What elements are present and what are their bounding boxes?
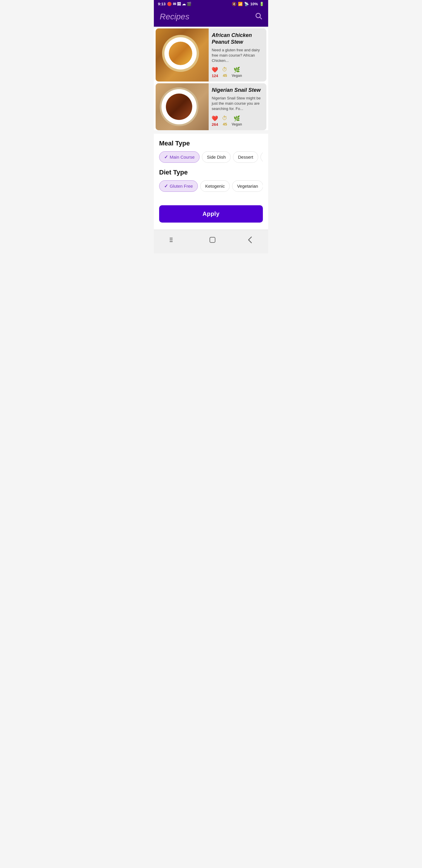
meal-type-title: Meal Type xyxy=(159,140,263,147)
clock-icon-2: ⏱ xyxy=(222,115,227,121)
chip-label-ketogenic: Ketogenic xyxy=(205,184,225,189)
status-time: 9:13 xyxy=(158,2,166,6)
mute-icon: 🔇 xyxy=(232,2,236,6)
chip-dessert[interactable]: Dessert xyxy=(233,151,258,163)
apply-section: Apply xyxy=(154,200,268,229)
chip-main-course[interactable]: ✓ Main Course xyxy=(159,151,200,163)
back-nav-button[interactable] xyxy=(241,234,258,248)
menu-nav-button[interactable] xyxy=(164,235,184,246)
status-bar: 9:13 🔴 ✉ 🖼 ☁ 🎬 🔇 📶 📡 10% 🔋 xyxy=(154,0,268,8)
recipe-meta-1: ❤️ 124 ⏱ 45 🌿 Vegan xyxy=(212,67,263,78)
chip-vegetarian[interactable]: Vegetarian xyxy=(232,180,263,192)
wifi-icon: 📶 xyxy=(238,2,242,6)
time-value-2: 45 xyxy=(223,122,227,126)
recipe-image-2 xyxy=(156,83,209,130)
home-nav-button[interactable] xyxy=(203,234,222,247)
meal-type-section: Meal Type ✓ Main Course Side Dish Desser… xyxy=(154,134,268,200)
recipe-title-1: African Chicken Peanut Stew xyxy=(212,32,263,45)
likes-item-2: ❤️ 264 xyxy=(212,115,218,127)
likes-count-2: 264 xyxy=(212,122,218,127)
chip-gluten-free[interactable]: ✓ Gluten Free xyxy=(159,180,198,192)
leaf-icon-1: 🌿 xyxy=(234,67,240,73)
recipe-desc-1: Need a gluten free and dairy free main c… xyxy=(212,48,263,64)
clock-icon-1: ⏱ xyxy=(222,67,227,73)
battery-level: 10% xyxy=(250,2,258,6)
apply-button[interactable]: Apply xyxy=(159,205,263,223)
time-value-1: 45 xyxy=(223,73,227,78)
chip-label-gluten-free: Gluten Free xyxy=(170,184,193,189)
check-icon-main-course: ✓ xyxy=(164,154,168,160)
heart-icon-2: ❤️ xyxy=(212,115,218,122)
likes-count-1: 124 xyxy=(212,73,218,78)
svg-rect-5 xyxy=(210,237,215,243)
meal-type-chips: ✓ Main Course Side Dish Dessert Appetize xyxy=(159,151,263,163)
recipe-card-2[interactable]: Nigerian Snail Stew Nigerian Snail Stew … xyxy=(156,83,266,130)
chip-appetizer[interactable]: Appetize xyxy=(261,151,263,163)
recipe-card-1[interactable]: African Chicken Peanut Stew Need a glute… xyxy=(156,28,266,82)
likes-item-1: ❤️ 124 xyxy=(212,67,218,78)
chip-side-dish[interactable]: Side Dish xyxy=(202,151,231,163)
recipe-info-1: African Chicken Peanut Stew Need a glute… xyxy=(209,28,266,82)
time-item-2: ⏱ 45 xyxy=(222,115,227,126)
chip-ketogenic[interactable]: Ketogenic xyxy=(200,180,230,192)
signal-icon: 📡 xyxy=(244,2,249,6)
search-button[interactable] xyxy=(255,12,262,22)
recipe-info-2: Nigerian Snail Stew Nigerian Snail Stew … xyxy=(209,83,266,130)
diet-value-2: Vegan xyxy=(231,122,242,126)
recipe-desc-2: Nigerian Snail Stew might be just the ma… xyxy=(212,96,263,112)
status-right: 🔇 📶 📡 10% 🔋 xyxy=(232,2,264,6)
leaf-icon-2: 🌿 xyxy=(234,115,240,122)
status-apps: 🔴 ✉ 🖼 ☁ 🎬 xyxy=(167,2,191,6)
recipe-image-1 xyxy=(156,28,209,82)
bottom-navigation xyxy=(154,229,268,253)
heart-icon-1: ❤️ xyxy=(212,67,218,73)
recipe-title-2: Nigerian Snail Stew xyxy=(212,87,263,94)
chip-label-main-course: Main Course xyxy=(170,155,195,159)
diet-value-1: Vegan xyxy=(231,73,242,78)
chip-label-side-dish: Side Dish xyxy=(207,155,226,159)
status-left: 9:13 🔴 ✉ 🖼 ☁ 🎬 xyxy=(158,2,191,6)
page-title: Recipes xyxy=(160,12,189,22)
check-icon-gluten-free: ✓ xyxy=(164,183,168,189)
recipe-meta-2: ❤️ 264 ⏱ 45 🌿 Vegan xyxy=(212,115,263,127)
diet-item-1: 🌿 Vegan xyxy=(231,67,242,78)
recipe-list: African Chicken Peanut Stew Need a glute… xyxy=(154,28,268,130)
svg-line-1 xyxy=(260,17,262,19)
diet-item-2: 🌿 Vegan xyxy=(231,115,242,126)
chip-label-vegetarian: Vegetarian xyxy=(237,184,258,189)
app-header: Recipes xyxy=(154,8,268,27)
diet-type-chips: ✓ Gluten Free Ketogenic Vegetarian Veg xyxy=(159,180,263,192)
diet-type-title: Diet Type xyxy=(159,168,263,176)
time-item-1: ⏱ 45 xyxy=(222,67,227,78)
battery-icon: 🔋 xyxy=(259,2,264,6)
chip-label-dessert: Dessert xyxy=(238,155,253,159)
